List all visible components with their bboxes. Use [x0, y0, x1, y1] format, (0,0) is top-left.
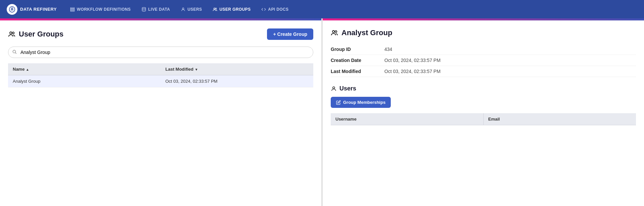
layers-icon	[70, 7, 75, 12]
detail-field-group: Group ID 434 Creation Date Oct 03, 2024,…	[331, 44, 636, 77]
svg-rect-2	[70, 9, 74, 10]
users-section-icon	[331, 86, 337, 92]
search-input[interactable]	[8, 47, 313, 58]
create-group-button[interactable]: + Create Group	[267, 28, 313, 40]
table-row[interactable]: Analyst Group Oct 03, 2024, 02:33:57 PM	[8, 75, 313, 87]
svg-point-12	[12, 32, 14, 34]
navigation: DATA REFINERY WORKFLOW DEFINITIONS LIVE …	[0, 0, 644, 18]
nav-item-users[interactable]: USERS	[177, 5, 206, 14]
col-username-header: Username	[331, 113, 483, 125]
group-modified-cell: Oct 03, 2024, 02:33:57 PM	[161, 75, 313, 87]
analyst-group-icon	[331, 29, 338, 37]
user-groups-icon	[8, 30, 15, 38]
right-panel-content: Analyst Group Group ID 434 Creation Date…	[323, 20, 644, 206]
detail-row-creation-date: Creation Date Oct 03, 2024, 02:33:57 PM	[331, 55, 636, 66]
group-memberships-button[interactable]: Group Memberships	[331, 97, 391, 108]
users-icon	[213, 7, 217, 12]
svg-point-17	[332, 30, 334, 32]
col-modified-header[interactable]: Last Modified	[161, 63, 313, 75]
code-icon	[261, 7, 266, 12]
users-section-heading: Users	[331, 85, 636, 92]
edit-icon	[336, 100, 341, 105]
search-wrapper	[8, 47, 313, 58]
groups-table: Name Last Modified Analyst Group Oct 03,…	[8, 63, 313, 87]
database-icon	[142, 7, 146, 12]
left-panel-content: User Groups + Create Group Name	[0, 20, 321, 206]
brand-icon	[7, 4, 17, 15]
svg-point-13	[13, 50, 15, 53]
svg-point-6	[214, 8, 215, 9]
nav-item-user-groups[interactable]: USER GROUPS	[209, 5, 255, 14]
svg-point-18	[335, 31, 337, 33]
svg-point-5	[182, 8, 184, 9]
svg-rect-3	[70, 10, 74, 11]
page-layout: User Groups + Create Group Name	[0, 18, 644, 206]
user-icon	[181, 7, 185, 12]
table-header-row: Name Last Modified	[8, 63, 313, 75]
brand-label: DATA REFINERY	[20, 7, 57, 12]
right-panel-title: Analyst Group	[331, 28, 636, 37]
users-table: Username Email	[331, 113, 636, 125]
detail-row-group-id: Group ID 434	[331, 44, 636, 55]
right-panel: Analyst Group Group ID 434 Creation Date…	[323, 18, 644, 206]
svg-point-7	[215, 8, 217, 9]
svg-rect-1	[70, 7, 74, 8]
left-panel: User Groups + Create Group Name	[0, 18, 321, 206]
col-name-header[interactable]: Name	[8, 63, 161, 75]
detail-row-last-modified: Last Modified Oct 03, 2024, 02:33:57 PM	[331, 66, 636, 77]
search-icon	[12, 50, 17, 55]
group-name-cell: Analyst Group	[8, 75, 161, 87]
nav-item-workflow-definitions[interactable]: WORKFLOW DEFINITIONS	[66, 5, 135, 14]
nav-item-api-docs[interactable]: API DOCS	[257, 5, 292, 14]
svg-point-4	[142, 7, 146, 9]
users-table-header-row: Username Email	[331, 113, 636, 125]
svg-point-11	[10, 32, 12, 34]
nav-item-live-data[interactable]: LIVE DATA	[138, 5, 174, 14]
left-panel-header: User Groups + Create Group	[8, 28, 313, 40]
brand[interactable]: DATA REFINERY	[7, 4, 57, 15]
svg-line-14	[15, 53, 16, 54]
col-email-header: Email	[483, 113, 636, 125]
svg-point-19	[333, 87, 335, 89]
left-panel-title: User Groups	[8, 30, 63, 39]
